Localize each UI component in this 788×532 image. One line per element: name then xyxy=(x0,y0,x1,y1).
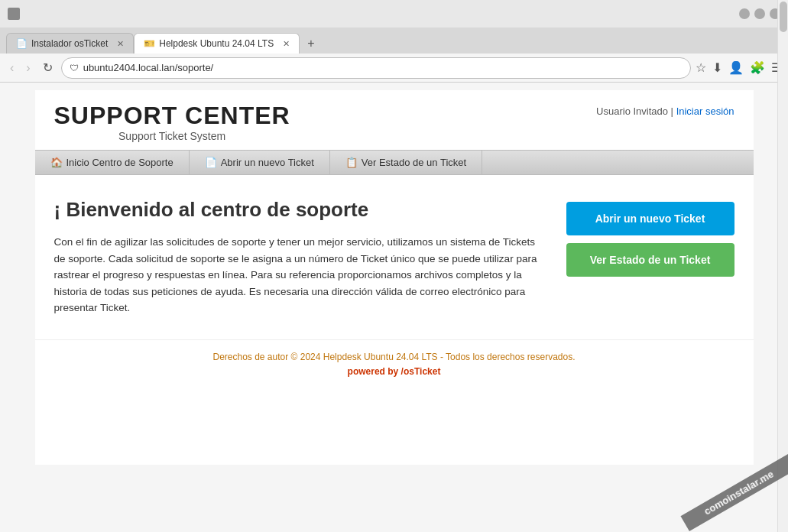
check-ticket-button[interactable]: Ver Estado de un Ticket xyxy=(566,243,734,277)
nav-home-label: Inicio Centro de Soporte xyxy=(66,157,173,168)
forward-button[interactable]: › xyxy=(22,60,34,76)
tab-close-helpdesk[interactable]: ✕ xyxy=(283,39,290,49)
new-tab-button[interactable]: + xyxy=(300,34,322,54)
refresh-button[interactable]: ↻ xyxy=(39,59,57,76)
welcome-title: ¡ Bienvenido al centro de soporte xyxy=(54,198,543,222)
powered-brand: /osTicket xyxy=(401,366,441,377)
back-button[interactable]: ‹ xyxy=(6,60,18,76)
powered-prefix: powered by xyxy=(348,366,399,377)
guest-label: Usuario Invitado | xyxy=(596,105,673,117)
header-login: Usuario Invitado | Iniciar sesión xyxy=(596,105,734,117)
shield-icon: 🛡 xyxy=(70,63,79,73)
tab-favicon-helpdesk: 🎫 xyxy=(144,38,154,49)
check-ticket-icon xyxy=(345,157,358,168)
nav-bar: ‹ › ↻ 🛡 ubuntu2404.local.lan/soporte/ ☆ … xyxy=(0,54,788,83)
page-wrapper: SUPPORT CENTER Support Ticket System Usu… xyxy=(0,83,788,532)
site-footer: Derechos de autor © 2024 Helpdesk Ubuntu… xyxy=(35,339,754,388)
site-title: SUPPORT CENTER Support Ticket System xyxy=(54,102,290,142)
login-link[interactable]: Iniciar sesión xyxy=(676,105,734,117)
address-bar[interactable]: 🛡 ubuntu2404.local.lan/soporte/ xyxy=(61,57,691,79)
tab-instalador[interactable]: 📄 Instalador osTicket ✕ xyxy=(6,33,134,54)
webpage: SUPPORT CENTER Support Ticket System Usu… xyxy=(35,90,754,465)
tab-helpdesk[interactable]: 🎫 Helpdesk Ubuntu 24.04 LTS ✕ xyxy=(134,33,300,54)
bookmark-icon[interactable]: ☆ xyxy=(696,60,706,75)
window-icon xyxy=(8,8,20,20)
tab-label-helpdesk: Helpdesk Ubuntu 24.04 LTS xyxy=(159,38,274,49)
site-main-title: SUPPORT CENTER xyxy=(54,102,290,130)
minimize-button[interactable] xyxy=(739,8,750,19)
nav-home[interactable]: Inicio Centro de Soporte xyxy=(35,151,190,174)
site-nav: Inicio Centro de Soporte Abrir un nuevo … xyxy=(35,150,754,175)
site-subtitle: Support Ticket System xyxy=(54,130,290,142)
new-ticket-icon xyxy=(205,157,217,168)
tab-favicon-instalador: 📄 xyxy=(16,38,27,49)
tab-label-instalador: Instalador osTicket xyxy=(31,38,108,49)
address-text: ubuntu2404.local.lan/soporte/ xyxy=(83,62,683,73)
tab-close-instalador[interactable]: ✕ xyxy=(117,39,124,49)
footer-copyright: Derechos de autor © 2024 Helpdesk Ubuntu… xyxy=(47,352,742,362)
nav-icons-right: ☆ ⬇ 👤 🧩 ☰ xyxy=(696,60,782,75)
download-icon[interactable]: ⬇ xyxy=(712,60,722,75)
title-bar-left xyxy=(8,8,20,20)
profile-icon[interactable]: 👤 xyxy=(728,60,744,75)
nav-check-ticket-label: Ver Estado de un Ticket xyxy=(362,157,466,168)
window-controls xyxy=(739,8,780,19)
welcome-text: Con el fin de agilizar las solicitudes d… xyxy=(54,234,543,316)
nav-new-ticket[interactable]: Abrir un nuevo Ticket xyxy=(190,151,330,174)
main-content: ¡ Bienvenido al centro de soporte Con el… xyxy=(35,175,754,339)
content-right: Abrir un nuevo Ticket Ver Estado de un T… xyxy=(566,198,734,316)
content-left: ¡ Bienvenido al centro de soporte Con el… xyxy=(54,198,543,316)
browser-window: 📄 Instalador osTicket ✕ 🎫 Helpdesk Ubunt… xyxy=(0,0,788,532)
nav-check-ticket[interactable]: Ver Estado de un Ticket xyxy=(330,151,482,174)
extensions-icon[interactable]: 🧩 xyxy=(750,60,765,75)
maximize-button[interactable] xyxy=(754,8,765,19)
open-ticket-button[interactable]: Abrir un nuevo Ticket xyxy=(566,202,734,235)
nav-new-ticket-label: Abrir un nuevo Ticket xyxy=(221,157,314,168)
house-icon xyxy=(50,157,63,168)
site-header: SUPPORT CENTER Support Ticket System Usu… xyxy=(35,90,754,150)
title-bar xyxy=(0,0,788,28)
footer-powered: powered by /osTicket xyxy=(47,366,742,377)
tabs-bar: 📄 Instalador osTicket ✕ 🎫 Helpdesk Ubunt… xyxy=(0,28,788,54)
